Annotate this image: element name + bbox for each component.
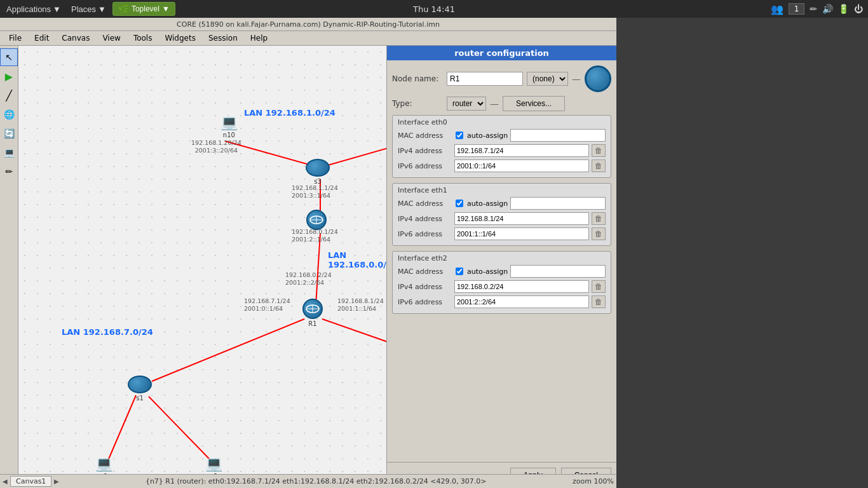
laptop-icon-n10: 💻 xyxy=(220,114,238,130)
menu-item-file[interactable]: File xyxy=(3,32,28,44)
annotate-icon: ✏ xyxy=(5,166,13,177)
applications-label: Applications xyxy=(6,4,51,14)
node-name-input[interactable] xyxy=(447,72,523,86)
eth1-mac-row: MAC address auto-assign xyxy=(398,197,606,210)
eth2-ipv6-label: IPv6 address xyxy=(398,298,452,306)
ip-center-1: 192.168.0.2/242001:2::2/64 xyxy=(285,271,332,287)
status-text: {n7} R1 (router): eth0:192.168.7.1/24 et… xyxy=(146,477,487,485)
toplevel-menu[interactable]: 🌿 Toplevel ▼ xyxy=(112,2,175,16)
node-n10[interactable]: 💻 n10 192.168.1.20/242001:3::20/64 xyxy=(204,114,254,155)
services-button[interactable]: Services... xyxy=(503,96,565,111)
type-label: Type: xyxy=(392,99,443,108)
node-name-row: Node name: (none) — xyxy=(392,65,611,92)
eth2-ipv4-delete[interactable]: 🗑 xyxy=(592,280,606,293)
link-tool[interactable]: ╱ xyxy=(0,86,18,104)
menu-item-tools[interactable]: Tools xyxy=(127,32,159,44)
eth2-ipv6-input[interactable] xyxy=(454,295,589,308)
laptop-icon-n2: 💻 xyxy=(205,456,222,471)
expand-icon[interactable]: — xyxy=(572,74,581,84)
canvas-area[interactable]: LAN 192.168.1.0/24 LAN 192.168.0.0/24 LA… xyxy=(18,46,386,488)
node-s1-label: s1 xyxy=(136,395,144,402)
select-tool[interactable]: ↖ xyxy=(0,48,18,66)
menu-item-view[interactable]: View xyxy=(96,32,126,44)
eth2-mac-input[interactable] xyxy=(510,265,606,278)
laptop-icon-n1: 💻 xyxy=(95,456,112,471)
router-config-icon xyxy=(585,65,611,92)
interface-eth2-section: Interface eth2 MAC address auto-assign I… xyxy=(392,251,611,314)
eth0-ipv4-delete[interactable]: 🗑 xyxy=(592,144,606,157)
eth1-ipv6-label: IPv6 address xyxy=(398,230,452,238)
play-icon: ▶ xyxy=(5,71,13,83)
network-icon: 🌐 xyxy=(4,109,15,119)
eth0-ipv4-label: IPv4 address xyxy=(398,147,452,155)
router-tool[interactable]: 🔄 xyxy=(0,125,18,142)
node-R1[interactable]: R1 xyxy=(302,299,323,328)
start-tool[interactable]: ▶ xyxy=(0,67,18,85)
ip-R1-left: 192.168.7.1/242001:0::1/64 xyxy=(244,297,290,313)
eth0-ipv4-row: IPv4 address 🗑 xyxy=(398,144,606,157)
menu-item-session[interactable]: Session xyxy=(202,32,244,44)
svg-line-5 xyxy=(322,319,386,381)
eth0-ipv4-input[interactable] xyxy=(454,144,589,157)
menu-item-edit[interactable]: Edit xyxy=(28,32,55,44)
eth2-mac-auto: auto-assign xyxy=(467,268,508,276)
annotate-tool[interactable]: ✏ xyxy=(0,163,18,180)
scroll-right-btn[interactable]: ▶ xyxy=(54,478,59,485)
svg-line-4 xyxy=(152,319,304,381)
topbar: Applications ▼ Places ▼ 🌿 Toplevel ▼ Thu… xyxy=(0,0,868,18)
eth1-mac-label: MAC address xyxy=(398,200,452,208)
workspace-indicator: 1 xyxy=(789,3,805,15)
eth1-mac-checkbox[interactable] xyxy=(456,200,463,207)
node-s3[interactable]: s3 xyxy=(306,159,330,186)
zoom-level: zoom 100% xyxy=(573,477,614,485)
menu-item-canvas[interactable]: Canvas xyxy=(55,32,96,44)
svg-line-3 xyxy=(316,233,320,305)
eth2-mac-label: MAC address xyxy=(398,268,452,276)
interface-eth0-section: Interface eth0 MAC address auto-assign I… xyxy=(392,115,611,178)
ip-r2: 192.168.0.1/242001:2::1/64 xyxy=(292,228,338,244)
node-R1-label: R1 xyxy=(308,320,316,328)
eth0-ipv6-delete[interactable]: 🗑 xyxy=(592,159,606,172)
eth1-ipv4-delete[interactable]: 🗑 xyxy=(592,212,606,225)
eth1-ipv6-delete[interactable]: 🗑 xyxy=(592,227,606,240)
config-body[interactable]: Node name: (none) — Type: router — Servi… xyxy=(387,60,616,462)
menu-item-widgets[interactable]: Widgets xyxy=(158,32,202,44)
network-tool[interactable]: 🌐 xyxy=(0,105,18,123)
menu-item-help[interactable]: Help xyxy=(244,32,274,44)
none-dropdown[interactable]: (none) xyxy=(527,72,568,86)
node-s1[interactable]: s1 xyxy=(128,376,152,402)
title-text: CORE (51890 on kali.Fajar-Purnama.com) D… xyxy=(177,20,440,29)
eth2-mac-checkbox[interactable] xyxy=(456,268,463,275)
router-shape-R1 xyxy=(302,299,323,319)
eth0-title: Interface eth0 xyxy=(398,118,606,126)
places-menu[interactable]: Places ▼ xyxy=(67,3,110,15)
canvas-tab[interactable]: Canvas1 xyxy=(10,476,51,487)
eth2-ipv4-input[interactable] xyxy=(454,280,589,293)
type-dropdown[interactable]: router xyxy=(447,97,486,111)
node-r2[interactable] xyxy=(306,210,327,230)
eth1-mac-input[interactable] xyxy=(510,197,606,210)
toplevel-label: Toplevel xyxy=(132,4,159,13)
eth2-ipv6-delete[interactable]: 🗑 xyxy=(592,295,606,308)
pencil-icon: ✏️ xyxy=(810,4,817,14)
eth1-ipv6-input[interactable] xyxy=(454,227,589,240)
eth0-ipv6-input[interactable] xyxy=(454,159,589,172)
scroll-left-btn[interactable]: ◀ xyxy=(3,478,8,485)
node-n10-ip: 192.168.1.20/242001:3::20/64 xyxy=(191,139,241,155)
host-tool[interactable]: 💻 xyxy=(0,144,18,161)
applications-menu[interactable]: Applications ▼ xyxy=(3,3,65,15)
cursor-icon: ↖ xyxy=(5,52,13,62)
eth0-mac-label: MAC address xyxy=(398,132,452,140)
svg-line-6 xyxy=(107,395,136,462)
type-expand-icon[interactable]: — xyxy=(490,98,499,109)
eth1-ipv4-input[interactable] xyxy=(454,212,589,225)
eth0-mac-checkbox[interactable] xyxy=(456,132,463,139)
type-row: Type: router — Services... xyxy=(392,96,611,111)
eth1-mac-auto: auto-assign xyxy=(467,200,508,208)
power-icon: ⏻ xyxy=(854,4,863,14)
ip-R1-right: 192.168.8.1/242001:1::1/64 xyxy=(337,297,384,313)
eth2-title: Interface eth2 xyxy=(398,254,606,262)
eth0-mac-input[interactable] xyxy=(510,129,606,142)
svg-line-7 xyxy=(149,396,212,462)
user-icon: 👥 xyxy=(771,3,783,15)
